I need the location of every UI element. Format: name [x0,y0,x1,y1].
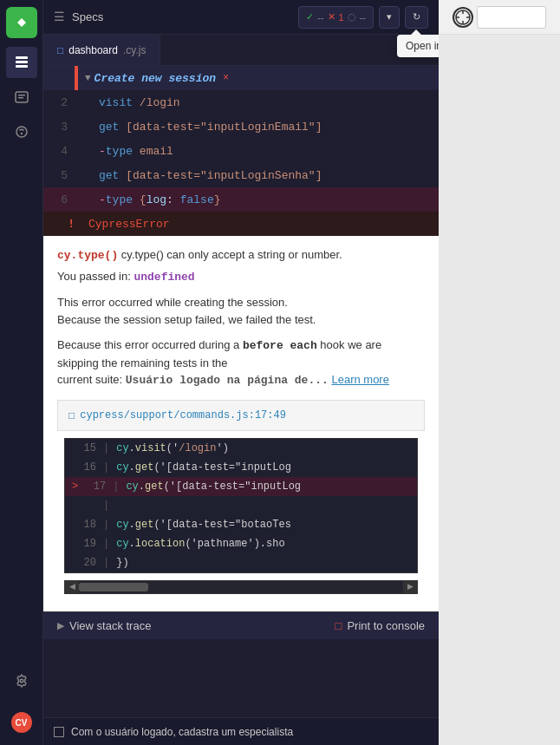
refresh-icon: ↻ [413,11,420,23]
line-content-5: get [data-test="inputLoginSenha"] [95,169,439,182]
mini-line-17: > 17 | cy.get('[data-test="inputLog [65,477,417,496]
error-msg1-text: cy.type() can only accept a string or nu… [121,248,342,261]
line-number-2: 2 [43,96,75,109]
cy-type-code: cy.type() [57,249,118,262]
error-header: ! CypressError [43,212,439,236]
line-number-5: 5 [43,169,75,182]
scroll-right-button[interactable]: ▶ [403,580,417,594]
line-content-6: -type {log: false} [95,193,439,206]
commands-link-bar[interactable]: □ cypress/support/commands.js:17:49 [57,400,425,431]
error-msg-5: Because this error occurred during a bef… [57,337,418,371]
code-line-4: 4 -type email [43,139,439,163]
session-label: Create new session [94,72,216,85]
line-number-3: 3 [43,121,75,134]
sidebar-item-specs[interactable] [6,47,37,78]
session-header[interactable]: ▼ Create new session × [43,66,439,90]
mini-line-empty: | [65,496,417,515]
sidebar-item-profile[interactable]: CV [6,707,37,738]
scroll-thumb[interactable] [79,583,148,591]
line-number-4: 4 [43,145,75,158]
before-each-code: before each [243,339,317,352]
code-area[interactable]: ▼ Create new session × 2 visit /login 3 … [43,66,439,717]
suite-name: Usuário logado na página de... [126,374,329,387]
dash1: -- [317,12,323,23]
print-label: Print to console [347,619,425,632]
print-to-console-button[interactable]: □ Print to console [335,619,425,632]
error-message-content: cy.type() cy.type() can only accept a st… [57,246,425,389]
status-bar: Com o usuário logado, cadastra um especi… [43,717,439,745]
crosshair-icon [453,7,473,28]
session-close-icon[interactable]: × [223,72,229,84]
error-msg-1: cy.type() cy.type() can only accept a st… [57,246,418,265]
commands-file-icon: □ [68,408,75,423]
svg-rect-6 [18,97,23,99]
cross-icon: ✕ [328,11,335,23]
mini-line-16: 16 | cy.get('[data-test="inputLog [65,458,417,477]
svg-point-8 [20,133,22,134]
top-controls: ✓ -- ✕ 1 ◌ -- ▾ ↻ Open in IDE [298,6,428,29]
line-content-4: -type email [95,145,439,158]
preview-area [439,35,560,745]
crosshair-area[interactable] [439,0,560,35]
error-msg-3: This error occurred while creating the s… [57,294,418,311]
refresh-button[interactable]: ↻ Open in IDE [405,6,428,29]
commands-link-text: cypress/support/commands.js:17:49 [80,408,286,423]
sidebar-item-settings[interactable] [6,665,37,696]
mini-line-18: 18 | cy.get('[data-test="botaoTes [65,515,417,534]
session-toggle-icon[interactable]: ▼ [85,73,91,83]
scroll-left-button[interactable]: ◀ [65,580,79,594]
brand-icon[interactable] [6,7,37,38]
code-line-3: 3 get [data-test="inputLoginEmail"] [43,114,439,139]
code-line-6: 6 -type {log: false} [43,187,439,212]
error-line-indicator: ! [50,218,81,231]
file-tab-ext: .cy.js [123,44,146,56]
svg-point-7 [16,127,27,137]
top-bar: ☰ Specs ✓ -- ✕ 1 ◌ -- ▾ ↻ Open in IDE [43,0,439,35]
mini-line-15: 15 | cy.visit('/login') [65,439,417,458]
status-text: Com o usuário logado, cadastra um especi… [71,726,293,738]
svg-rect-3 [16,65,28,68]
horizontal-scrollbar[interactable]: ◀ ▶ [64,580,418,594]
specs-menu-icon: ☰ [54,10,65,24]
mini-code-area: 15 | cy.visit('/login') 16 | cy.get('[da… [64,438,418,573]
error-title: CypressError [88,218,170,231]
run-status-button[interactable]: ✓ -- ✕ 1 ◌ -- [298,6,374,29]
svg-rect-5 [18,95,25,96]
error-msg-6: current suite: Usuário logado na página … [57,371,418,389]
print-icon: □ [335,619,342,632]
svg-rect-1 [16,56,28,59]
error-count: 1 [339,12,344,23]
scroll-track[interactable] [79,581,403,593]
svg-rect-2 [16,61,28,63]
chevron-right-icon: ▶ [57,620,64,631]
file-icon: □ [57,44,63,56]
stack-trace-label: View stack trace [69,619,151,632]
right-panel [439,0,560,745]
code-line-5: 5 get [data-test="inputLoginSenha"] [43,163,439,187]
error-msg-4: Because the session setup failed, we fai… [57,311,418,329]
spin-icon: ◌ [348,11,356,23]
main-panel: ☰ Specs ✓ -- ✕ 1 ◌ -- ▾ ↻ Open in IDE □ [43,0,439,745]
line-content-3: get [data-test="inputLoginEmail"] [95,121,439,134]
sidebar-item-debug[interactable] [6,116,37,147]
error-message-area: cy.type() cy.type() can only accept a st… [43,236,439,611]
file-tab-bar: □ dashboard .cy.js 00:01 [43,35,439,66]
error-msg-2: You passed in: undefined [57,268,418,286]
mini-line-19: 19 | cy.location('pathname').sho [65,534,417,553]
check-icon: ✓ [306,11,314,23]
view-stack-trace-button[interactable]: ▶ View stack trace [57,619,151,632]
file-tab-dashboard[interactable]: □ dashboard .cy.js [43,35,160,65]
line-content-2: visit /login [95,96,439,109]
mini-line-20: 20 | }) [65,553,417,572]
code-line-2: 2 visit /login [43,90,439,114]
app-title: Specs [72,10,103,23]
dropdown-button[interactable]: ▾ [379,6,400,29]
bottom-actions: ▶ View stack trace □ Print to console [43,611,439,639]
learn-more-link[interactable]: Learn more [331,373,388,386]
tooltip-open-in-ide: Open in IDE [397,35,439,57]
status-checkbox[interactable] [54,727,64,737]
undefined-value: undefined [133,271,194,284]
line-number-6: 6 [43,193,75,206]
sidebar-item-runs[interactable] [6,82,37,113]
sidebar: CV [0,0,43,745]
